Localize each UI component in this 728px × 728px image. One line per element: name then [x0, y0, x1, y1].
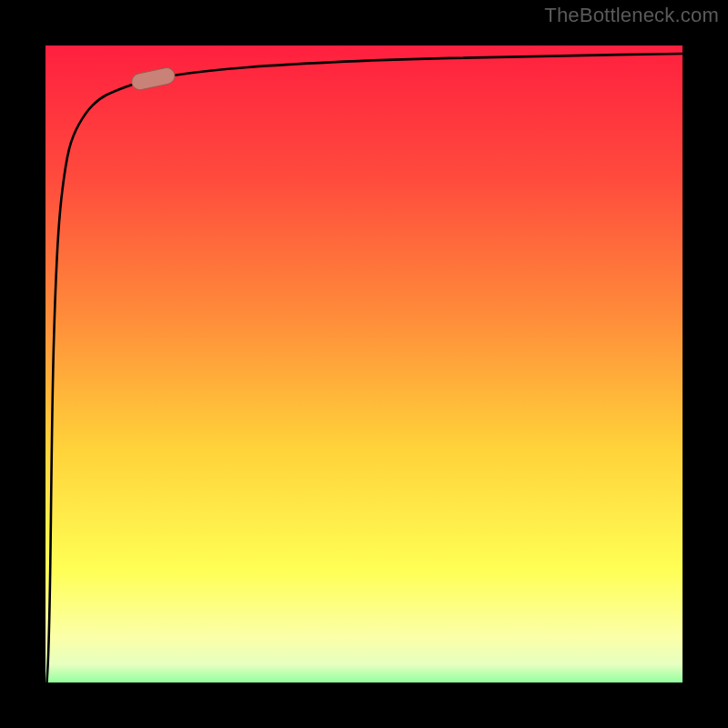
attribution-label: TheBottleneck.com [544, 4, 719, 27]
plot-area [46, 27, 719, 705]
chart-stage: TheBottleneck.com [0, 0, 728, 728]
curve-marker [130, 66, 177, 91]
svg-rect-0 [130, 66, 177, 91]
bottleneck-curve-path [46, 53, 719, 705]
curve-layer [46, 27, 719, 705]
